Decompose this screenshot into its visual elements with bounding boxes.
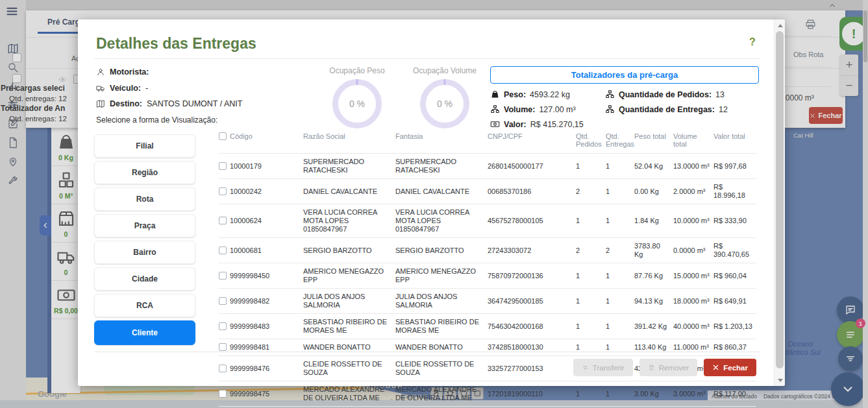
totalizer-item: Valor:R$ 415.270,15 (490, 119, 584, 129)
view-button-rca[interactable]: RCA (94, 294, 195, 317)
row-checkbox[interactable] (219, 365, 227, 372)
cell: SEBASTIAO RIBEIRO DE MORAES ME (303, 314, 395, 339)
destination-value: SANTOS DUMONT / ANIT (147, 99, 242, 108)
table-row[interactable]: 10000242DANIEL CAVALCANTEDANIEL CAVALCAN… (219, 179, 756, 204)
cell: SERGIO BARZOTTO (303, 238, 395, 263)
column-header: Volume total (673, 130, 713, 154)
view-button-praça[interactable]: Praça (94, 214, 195, 237)
row-checkbox[interactable] (219, 246, 227, 254)
cell: 87.76 Kg (634, 263, 673, 289)
totalizer-label: Peso: (504, 90, 526, 99)
gauge-ring: 0 % (332, 79, 382, 128)
table-row[interactable]: 10000179SUPERMERCADO RATACHESKISUPERMERC… (219, 154, 756, 179)
table-row[interactable]: 10000681SERGIO BARZOTTOSERGIO BARZOTTO27… (219, 238, 756, 263)
table-row[interactable]: 9999998481WANDER BONATTOWANDER BONATTO37… (219, 339, 756, 356)
sitemap-icon (490, 104, 500, 114)
table-row[interactable]: 10000624VERA LUCIA CORREA MOTA LOPES 018… (219, 204, 756, 238)
map-icon (96, 99, 105, 108)
gauge-label: Ocupação Peso (315, 66, 399, 75)
help-icon[interactable]: ? (749, 36, 756, 48)
view-button-cliente[interactable]: Cliente (94, 320, 195, 345)
table-row[interactable]: 9999998475MERCADO ALEXANDRE DE OLIVEIRA … (219, 381, 756, 407)
view-button-rota[interactable]: Rota (94, 187, 195, 211)
totalizer-item: Peso:4593.22 kg (490, 90, 584, 99)
cell: DANIEL CAVALCANTE (395, 179, 488, 204)
cell: 10000681 (219, 238, 303, 263)
scroll-up-arrow[interactable] (775, 20, 786, 30)
cell: 75870972000136 (488, 263, 576, 289)
column-header: CNPJ/CPF (488, 130, 576, 154)
row-checkbox[interactable] (219, 272, 227, 280)
cell: SEBASTIAO RIBEIRO DE MORAES ME (395, 314, 488, 339)
view-button-região[interactable]: Região (94, 161, 195, 184)
close-button[interactable]: Fechar (704, 359, 756, 376)
column-header: Fantasia (395, 130, 488, 154)
destination-label: Destino: (110, 99, 142, 108)
driver-row: Motorista: (96, 67, 149, 77)
cell: 3.00 Kg (634, 381, 673, 407)
row-checkbox[interactable] (219, 297, 227, 305)
cell: 1 (606, 154, 634, 179)
vehicle-row: Veículo: - (96, 84, 148, 93)
modal-scrollbar[interactable] (774, 19, 785, 386)
cell: DANIEL CAVALCANTE (303, 179, 395, 204)
remove-button[interactable]: Remover (639, 359, 698, 376)
cell: VERA LUCIA CORREA MOTA LOPES 01850847967 (395, 204, 488, 238)
cell: 17201819000110 (488, 381, 576, 407)
cell: 3783.80 Kg (634, 238, 673, 263)
row-checkbox[interactable] (219, 162, 227, 170)
totalizer-item: Quantidade de Pedidos:13 (605, 90, 728, 99)
volume-occupancy-gauge: Ocupação Volume 0 % (403, 66, 487, 128)
cell: 1 (576, 314, 606, 339)
table-row[interactable]: 9999998450AMERICO MENEGAZZO EPPAMERICO M… (219, 263, 756, 289)
cell: JULIA DOS ANJOS SALMORIA (303, 289, 395, 314)
cell: 0.00 Kg (634, 179, 673, 204)
cell: WANDER BONATTO (303, 339, 395, 356)
weight-icon (490, 90, 500, 99)
delivery-details-modal: Detalhes das Entregas ? Motorista: Veícu… (78, 19, 785, 386)
cell: 2.0000 m³ (673, 179, 713, 204)
remove-label: Remover (659, 364, 689, 372)
cell: 36474295000185 (488, 289, 576, 314)
cell: 00685370186 (488, 179, 576, 204)
row-checkbox[interactable] (219, 217, 227, 224)
cell: 2 (606, 238, 634, 263)
cell: 9999998475 (219, 381, 303, 407)
cell: MERCADO ALEXANDRE DE OLIVEIRA LTDA ME (395, 381, 488, 407)
row-checkbox[interactable] (219, 390, 227, 398)
gauge-ring: 0 % (420, 79, 469, 128)
table-row[interactable]: 9999998483SEBASTIAO RIBEIRO DE MORAES ME… (219, 314, 756, 339)
cell: 37428518000130 (488, 339, 576, 356)
cell: 391.42 Kg (634, 314, 673, 339)
table-row[interactable]: 9999998482JULIA DOS ANJOS SALMORIAJULIA … (219, 289, 756, 314)
cell: 1 (576, 339, 606, 356)
cell: 1 (576, 204, 606, 238)
cell: 52.04 Kg (634, 154, 673, 179)
totalizers-left-column: Peso:4593.22 kgVolume:127.00 m³Valor:R$ … (490, 90, 584, 129)
row-checkbox[interactable] (219, 187, 227, 195)
view-button-bairro[interactable]: Bairro (94, 241, 195, 264)
transfer-button[interactable]: Transferir (573, 359, 633, 376)
gauge-label: Ocupação Volume (403, 66, 487, 75)
scrollbar-thumb[interactable] (776, 31, 784, 368)
weight-occupancy-gauge: Ocupação Peso 0 % (315, 66, 399, 128)
cell: 9999998482 (219, 289, 303, 314)
cell: R$ 960,04 (713, 263, 756, 289)
cell: 33257277000153 (488, 356, 576, 381)
scroll-down-arrow[interactable] (775, 375, 786, 385)
row-checkbox[interactable] (219, 343, 227, 351)
cell: 1 (606, 314, 634, 339)
cell: 1 (606, 179, 634, 204)
cell: 10.0000 m³ (673, 204, 713, 238)
view-button-filial[interactable]: Filial (94, 134, 195, 158)
cell: 94.13 Kg (634, 289, 673, 314)
cell: 113.40 Kg (634, 339, 673, 356)
trash-icon (648, 364, 655, 371)
cell: R$ 649,91 (713, 289, 756, 314)
view-button-cidade[interactable]: Cidade (94, 267, 195, 291)
header-checkbox[interactable] (219, 132, 227, 140)
totalizer-value: 12 (719, 105, 728, 114)
row-checkbox[interactable] (219, 322, 227, 330)
truck-icon (96, 84, 105, 93)
close-label: Fechar (723, 364, 748, 372)
